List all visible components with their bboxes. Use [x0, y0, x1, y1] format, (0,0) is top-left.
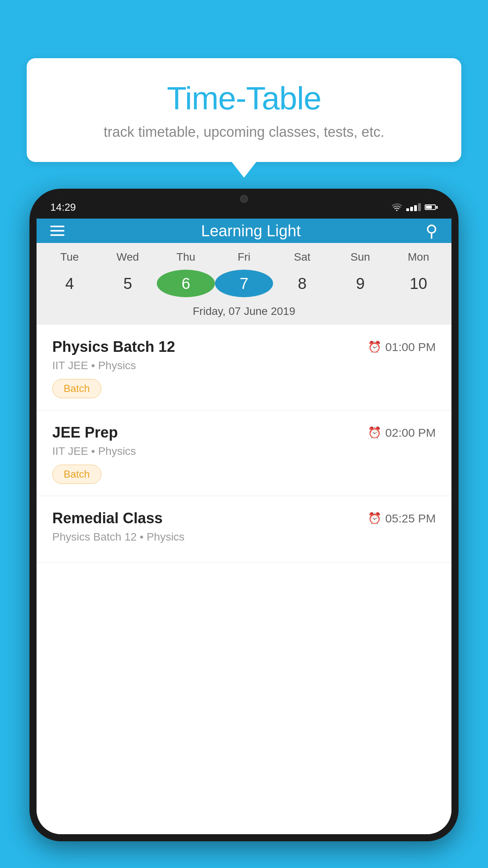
batch-badge-2: Batch — [52, 465, 101, 484]
day-4[interactable]: 4 — [40, 270, 99, 297]
bubble-subtitle: track timetable, upcoming classes, tests… — [50, 124, 438, 140]
battery-icon — [425, 204, 438, 210]
phone-outer: 14:29 — [29, 189, 459, 841]
day-10[interactable]: 10 — [389, 270, 448, 297]
class-name-1: Physics Batch 12 — [52, 338, 175, 355]
bubble-title: Time-Table — [50, 80, 438, 117]
status-icons — [391, 203, 438, 211]
class-time-2: ⏰ 02:00 PM — [368, 426, 436, 440]
class-meta-3: Physics Batch 12 • Physics — [52, 531, 436, 543]
clock-icon-2: ⏰ — [368, 426, 382, 439]
day-name-thu: Thu — [157, 251, 215, 263]
classes-list: Physics Batch 12 ⏰ 01:00 PM IIT JEE • Ph… — [37, 325, 451, 834]
class-item-jee-prep[interactable]: JEE Prep ⏰ 02:00 PM IIT JEE • Physics Ba… — [37, 410, 451, 496]
phone-container: 14:29 — [29, 189, 459, 868]
day-names-row: Tue Wed Thu Fri Sat Sun Mon — [37, 243, 451, 267]
class-meta-1: IIT JEE • Physics — [52, 359, 436, 372]
class-item-header-3: Remedial Class ⏰ 05:25 PM — [52, 510, 436, 527]
class-name-2: JEE Prep — [52, 424, 118, 441]
speech-bubble: Time-Table track timetable, upcoming cla… — [27, 58, 461, 162]
day-name-sat: Sat — [273, 251, 331, 263]
day-name-mon: Mon — [389, 251, 448, 263]
clock-icon-1: ⏰ — [368, 340, 382, 353]
speech-bubble-container: Time-Table track timetable, upcoming cla… — [27, 58, 461, 162]
day-name-sun: Sun — [331, 251, 389, 263]
search-icon[interactable]: ⚲ — [426, 221, 438, 241]
class-name-3: Remedial Class — [52, 510, 163, 527]
phone-screen: Learning Light ⚲ Tue Wed Thu Fri Sat Sun… — [37, 196, 451, 834]
day-8[interactable]: 8 — [273, 270, 331, 297]
class-item-physics-batch-12[interactable]: Physics Batch 12 ⏰ 01:00 PM IIT JEE • Ph… — [37, 325, 451, 410]
day-7-selected[interactable]: 7 — [215, 270, 273, 297]
class-item-remedial[interactable]: Remedial Class ⏰ 05:25 PM Physics Batch … — [37, 496, 451, 563]
day-name-wed: Wed — [99, 251, 157, 263]
clock-icon-3: ⏰ — [368, 512, 382, 525]
day-numbers-row: 4 5 6 7 8 9 10 — [37, 267, 451, 305]
selected-date-label: Friday, 07 June 2019 — [37, 305, 451, 325]
class-time-1: ⏰ 01:00 PM — [368, 340, 436, 354]
class-meta-2: IIT JEE • Physics — [52, 445, 436, 458]
wifi-icon — [391, 203, 402, 211]
class-item-header-1: Physics Batch 12 ⏰ 01:00 PM — [52, 338, 436, 355]
camera-dot — [240, 195, 248, 203]
day-5[interactable]: 5 — [99, 270, 157, 297]
day-name-fri: Fri — [215, 251, 273, 263]
hamburger-menu-icon[interactable] — [50, 226, 64, 236]
batch-badge-1: Batch — [52, 379, 101, 398]
notch — [205, 189, 283, 209]
class-item-header-2: JEE Prep ⏰ 02:00 PM — [52, 424, 436, 441]
day-name-tue: Tue — [40, 251, 99, 263]
calendar-section: Tue Wed Thu Fri Sat Sun Mon 4 5 6 7 8 9 … — [37, 243, 451, 325]
status-time: 14:29 — [50, 201, 76, 213]
class-time-3: ⏰ 05:25 PM — [368, 512, 436, 525]
day-6-today[interactable]: 6 — [157, 270, 215, 297]
signal-bars-icon — [406, 203, 421, 211]
day-9[interactable]: 9 — [331, 270, 389, 297]
app-title: Learning Light — [76, 222, 426, 240]
